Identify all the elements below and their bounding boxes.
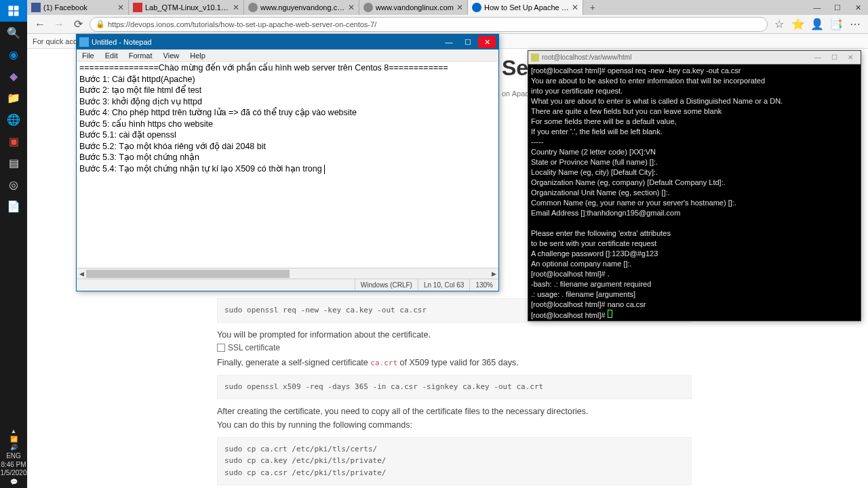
systray: ▲ 📶 🔊 ENG 8:46 PM 1/5/2020 💬 bbox=[0, 428, 27, 488]
scroll-thumb[interactable] bbox=[86, 270, 290, 278]
tab-facebook[interactable]: (1) Facebook ✕ bbox=[27, 0, 129, 15]
lang-indicator[interactable]: ENG bbox=[6, 452, 21, 460]
menu-format[interactable]: Format bbox=[123, 49, 158, 61]
terminal-maximize-button[interactable]: ☐ bbox=[827, 52, 842, 63]
tab-pdf[interactable]: Lab_QTM-Linux_v10.11.18.pdf ✕ bbox=[129, 0, 244, 15]
url-input[interactable]: 🔒 https://devops.ionos.com/tutorials/how… bbox=[90, 17, 768, 32]
scroll-left-icon[interactable]: ◀ bbox=[77, 268, 86, 279]
code-block: sudo cp ca.crt /etc/pki/tls/certs/ sudo … bbox=[217, 437, 692, 485]
status-eol: Windows (CRLF) bbox=[355, 279, 418, 291]
notepad-textarea[interactable]: ================Chào mừng đến với phần c… bbox=[77, 62, 498, 268]
profile-icon[interactable]: 👤 bbox=[810, 17, 825, 32]
tray-arrow-icon[interactable]: ▲ bbox=[11, 428, 17, 434]
menu-file[interactable]: File bbox=[77, 49, 100, 61]
edge-icon[interactable]: ◉ bbox=[0, 43, 27, 65]
broken-image: SSL certificate bbox=[217, 342, 280, 354]
obs-icon[interactable]: ◎ bbox=[0, 174, 27, 195]
notepad-menubar: File Edit Format View Help bbox=[77, 49, 498, 62]
notepad-maximize-button[interactable]: ☐ bbox=[459, 36, 477, 48]
terminal-window: root@localhost:/var/www/html — ☐ ✕ [root… bbox=[528, 50, 861, 321]
notepad-close-button[interactable]: ✕ bbox=[478, 36, 496, 48]
newtab-button[interactable]: + bbox=[583, 0, 602, 15]
code-block: sudo openssl x509 -req -days 365 -in ca.… bbox=[217, 375, 692, 399]
notepad-minimize-button[interactable]: — bbox=[440, 36, 458, 48]
tab-apache[interactable]: How to Set Up Apache Web Se ✕ bbox=[468, 0, 583, 15]
text-cursor bbox=[324, 165, 325, 174]
address-bar: ← → ⟳ 🔒 https://devops.ionos.com/tutoria… bbox=[27, 15, 868, 34]
notepad-scrollbar[interactable]: ◀ ▶ bbox=[77, 268, 498, 279]
paragraph: You can do this by running the following… bbox=[217, 418, 692, 432]
putty-icon[interactable]: ▤ bbox=[0, 152, 27, 174]
facebook-icon bbox=[31, 3, 41, 12]
notepad-window: Untitled - Notepad — ☐ ✕ File Edit Forma… bbox=[76, 34, 499, 291]
close-icon[interactable]: ✕ bbox=[572, 3, 578, 12]
collections-icon[interactable]: 📑 bbox=[829, 17, 844, 32]
terminal-output[interactable]: [root@localhost html]# openssl req -new … bbox=[528, 64, 861, 321]
forward-button[interactable]: → bbox=[52, 17, 66, 32]
wifi-icon[interactable]: 📶 bbox=[10, 436, 18, 443]
menu-edit[interactable]: Edit bbox=[100, 49, 123, 61]
star-icon[interactable]: ☆ bbox=[772, 17, 787, 32]
image-icon bbox=[217, 344, 225, 352]
terminal-minimize-button[interactable]: — bbox=[810, 52, 825, 63]
menu-view[interactable]: View bbox=[158, 49, 185, 61]
notepad-icon bbox=[79, 37, 89, 47]
start-button[interactable] bbox=[0, 0, 27, 22]
info-icon bbox=[472, 3, 481, 12]
status-position: Ln 10, Col 63 bbox=[418, 279, 470, 291]
refresh-button[interactable]: ⟳ bbox=[71, 17, 85, 32]
favorites-icon[interactable]: ⭐ bbox=[791, 17, 806, 32]
status-zoom: 130% bbox=[469, 279, 498, 291]
close-icon[interactable]: ✕ bbox=[348, 3, 355, 12]
inline-code: ca.crt bbox=[370, 359, 397, 367]
globe-icon bbox=[363, 3, 373, 12]
windows-taskbar: 🔍 ◉ ◆ 📁 🌐 ▣ ▤ ◎ 📄 ▲ 📶 🔊 ENG 8:46 PM 1/5/… bbox=[0, 0, 27, 488]
pdf-icon bbox=[133, 3, 142, 12]
chrome-icon[interactable]: 🌐 bbox=[0, 108, 27, 130]
notification-icon[interactable]: 💬 bbox=[10, 479, 18, 485]
notepad-taskicon[interactable]: 📄 bbox=[0, 195, 27, 217]
terminal-titlebar[interactable]: root@localhost:/var/www/html — ☐ ✕ bbox=[528, 51, 861, 64]
clock[interactable]: 8:46 PM 1/5/2020 bbox=[1, 461, 27, 477]
close-icon[interactable]: ✕ bbox=[117, 3, 124, 12]
tabstrip: (1) Facebook ✕ Lab_QTM-Linux_v10.11.18.p… bbox=[27, 0, 868, 15]
terminal-cursor bbox=[608, 310, 612, 318]
back-button[interactable]: ← bbox=[33, 17, 47, 32]
visualstudio-icon[interactable]: ◆ bbox=[0, 65, 27, 87]
paragraph: You will be prompted for information abo… bbox=[217, 328, 692, 342]
globe-icon bbox=[248, 3, 258, 12]
paragraph: Finally, generate a self-signed certific… bbox=[217, 356, 692, 369]
explorer-icon[interactable]: 📁 bbox=[0, 87, 27, 108]
terminal-icon bbox=[531, 54, 539, 62]
lock-icon: 🔒 bbox=[96, 20, 105, 28]
browser-minimize-button[interactable]: — bbox=[807, 0, 827, 15]
tab-site1[interactable]: www.nguyenvandong.com ✕ bbox=[244, 0, 359, 15]
paragraph: After creating the certificate, you need… bbox=[217, 405, 692, 418]
tab-site2[interactable]: www.vandonglinux.com ✕ bbox=[359, 0, 468, 15]
browser-close-button[interactable]: ✕ bbox=[848, 0, 868, 15]
search-icon[interactable]: 🔍 bbox=[0, 22, 27, 43]
scroll-right-icon[interactable]: ▶ bbox=[489, 268, 498, 279]
svg-rect-3 bbox=[14, 12, 19, 16]
browser-maximize-button[interactable]: ☐ bbox=[827, 0, 848, 15]
svg-rect-2 bbox=[9, 12, 14, 16]
close-icon[interactable]: ✕ bbox=[233, 3, 239, 12]
svg-rect-0 bbox=[9, 6, 14, 11]
terminal-close-button[interactable]: ✕ bbox=[843, 52, 858, 63]
menu-icon[interactable]: ⋯ bbox=[848, 17, 863, 32]
page-heading: Se bbox=[502, 56, 528, 81]
close-icon[interactable]: ✕ bbox=[456, 3, 463, 12]
sound-icon[interactable]: 🔊 bbox=[10, 444, 18, 451]
svg-rect-1 bbox=[14, 6, 19, 11]
app-icon[interactable]: ▣ bbox=[0, 130, 27, 152]
notepad-titlebar[interactable]: Untitled - Notepad — ☐ ✕ bbox=[77, 35, 498, 49]
notepad-statusbar: Windows (CRLF) Ln 10, Col 63 130% bbox=[77, 279, 498, 291]
menu-help[interactable]: Help bbox=[184, 49, 211, 61]
